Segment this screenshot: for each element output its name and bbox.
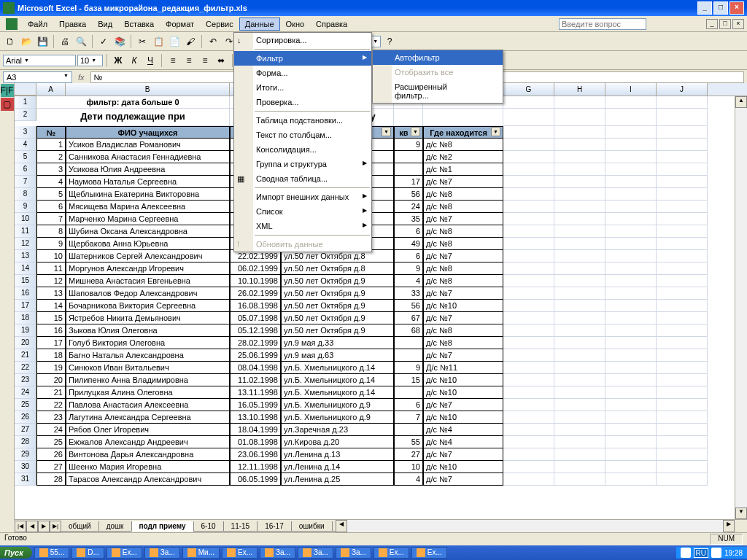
cell[interactable]	[554, 374, 605, 386]
menu-вид[interactable]: Вид	[92, 18, 118, 31]
cell[interactable]: 25.06.1999	[230, 349, 281, 362]
cell[interactable]	[554, 188, 605, 201]
cell[interactable]: 9	[394, 262, 423, 275]
cell[interactable]: д/с №10	[423, 374, 503, 386]
cell[interactable]	[605, 176, 657, 188]
cell[interactable]	[605, 126, 657, 139]
cell[interactable]: Шеенко Мария Игоревна	[66, 461, 230, 473]
filter-arrow-icon[interactable]: ▼	[491, 127, 500, 136]
row-header[interactable]: 10	[15, 213, 36, 225]
cell[interactable]	[394, 151, 423, 163]
cell[interactable]	[503, 312, 554, 324]
cell[interactable]	[503, 362, 554, 374]
cell[interactable]	[503, 238, 554, 250]
cell[interactable]: д/с №8	[423, 188, 503, 201]
cell[interactable]	[657, 399, 708, 411]
fx-icon[interactable]: fx	[72, 73, 90, 82]
cell[interactable]: д/с №10	[423, 411, 503, 424]
cell[interactable]	[503, 139, 554, 151]
cell[interactable]	[657, 188, 708, 201]
volume-icon[interactable]	[711, 548, 721, 558]
menu-item-текстпостолбцам[interactable]: Текст по столбцам...	[234, 128, 371, 142]
cell[interactable]: Мишнева Анастасия Евгеньевна	[66, 275, 230, 287]
cell[interactable]: 17	[394, 176, 423, 188]
cell[interactable]: д/с №7	[423, 349, 503, 362]
cell[interactable]: Бочарникова Виктория Сергеевна	[66, 300, 230, 312]
col-header-I[interactable]: I	[605, 83, 657, 96]
research-icon[interactable]: 📚	[112, 34, 127, 49]
tab-nav-next[interactable]: ▶	[38, 521, 50, 532]
row-header[interactable]: 17	[15, 300, 36, 312]
cell[interactable]: д/с №8	[423, 225, 503, 238]
cell[interactable]	[605, 461, 657, 473]
cell[interactable]: ул.50 лет Октября д.9	[281, 324, 394, 337]
menu-item-проверка[interactable]: Проверка...	[234, 95, 371, 109]
cell[interactable]: 28.02.1999	[230, 337, 281, 349]
cell[interactable]	[657, 126, 708, 139]
row-header[interactable]: 6	[15, 163, 36, 176]
cell[interactable]: Пилипенко Анна Владимировна	[66, 374, 230, 386]
cell[interactable]	[657, 324, 708, 337]
cell[interactable]: 21	[36, 386, 66, 399]
cell[interactable]: д/с №7	[423, 287, 503, 300]
cell[interactable]: д/с №8	[423, 262, 503, 275]
cell[interactable]: Дети подлежащие при	[36, 109, 230, 126]
cell[interactable]: фильтр: дата больше 0	[36, 96, 230, 109]
cell[interactable]: д/с №8	[423, 238, 503, 250]
cell[interactable]	[503, 225, 554, 238]
cell[interactable]	[657, 362, 708, 374]
cell[interactable]: 3	[36, 163, 66, 176]
taskbar-item-4[interactable]: Ми...	[182, 547, 220, 559]
row-header[interactable]: 21	[15, 349, 36, 362]
cell[interactable]: 55	[394, 436, 423, 448]
cell[interactable]: 25	[36, 436, 66, 448]
menu-файл[interactable]: Файл	[22, 18, 53, 31]
cell[interactable]: 28	[36, 473, 66, 486]
cell[interactable]: 56	[394, 188, 423, 201]
menu-справка[interactable]: Справка	[310, 18, 353, 31]
cell[interactable]	[554, 448, 605, 461]
cell[interactable]	[503, 473, 554, 486]
cell[interactable]	[657, 225, 708, 238]
cell[interactable]: 27	[394, 448, 423, 461]
tab-nav-first[interactable]: |◀	[15, 521, 26, 532]
cell[interactable]	[605, 250, 657, 262]
cell[interactable]	[657, 386, 708, 399]
cell[interactable]: Усиков Владислав Романович	[66, 139, 230, 151]
font-dropdown[interactable]: Arial▼	[3, 55, 76, 66]
taskbar-item-3[interactable]: За...	[144, 547, 180, 559]
cell[interactable]: Усикова Юлия Андреевна	[66, 163, 230, 176]
save-icon[interactable]: 💾	[35, 34, 50, 49]
cell[interactable]: д/с №8	[423, 139, 503, 151]
cell[interactable]	[503, 399, 554, 411]
cell[interactable]	[657, 374, 708, 386]
cell[interactable]	[503, 386, 554, 399]
cell[interactable]: 7	[394, 411, 423, 424]
menu-правка[interactable]: Правка	[53, 18, 92, 31]
cell[interactable]	[657, 176, 708, 188]
menu-item-список[interactable]: Список▶	[234, 204, 371, 219]
cell[interactable]: 05.07.1998	[230, 312, 281, 324]
menu-item-своднаятаблица[interactable]: Сводная таблица...▦	[234, 171, 371, 186]
cell[interactable]	[657, 213, 708, 225]
taskbar-item-10[interactable]: Ex...	[411, 547, 447, 559]
open-icon[interactable]: 📂	[19, 34, 34, 49]
cell[interactable]: 49	[394, 238, 423, 250]
cell[interactable]: д/с №7	[423, 250, 503, 262]
cell[interactable]	[394, 337, 423, 349]
help-icon[interactable]: ?	[382, 34, 397, 49]
cell[interactable]	[503, 188, 554, 201]
menu-item-группаиструктура[interactable]: Группа и структура▶	[234, 157, 371, 171]
data-menu[interactable]: Сортировка...↓Фильтр▶Форма...Итоги...Про…	[233, 32, 372, 252]
cell[interactable]: д/с №10	[423, 300, 503, 312]
cell[interactable]: 10.10.1998	[230, 275, 281, 287]
cell[interactable]	[554, 312, 605, 324]
cell[interactable]: 11.02.1998	[230, 374, 281, 386]
cell[interactable]	[605, 436, 657, 448]
cell[interactable]: Марченко Марина Сергеевна	[66, 213, 230, 225]
cell[interactable]: 06.05.1999	[230, 473, 281, 486]
cell[interactable]: Щеблыкина Екатерина Викторовна	[66, 188, 230, 201]
undo-icon[interactable]: ↶	[206, 34, 220, 49]
cell[interactable]: Багно Наталья Александровна	[66, 349, 230, 362]
cell[interactable]: д/с №10	[423, 461, 503, 473]
